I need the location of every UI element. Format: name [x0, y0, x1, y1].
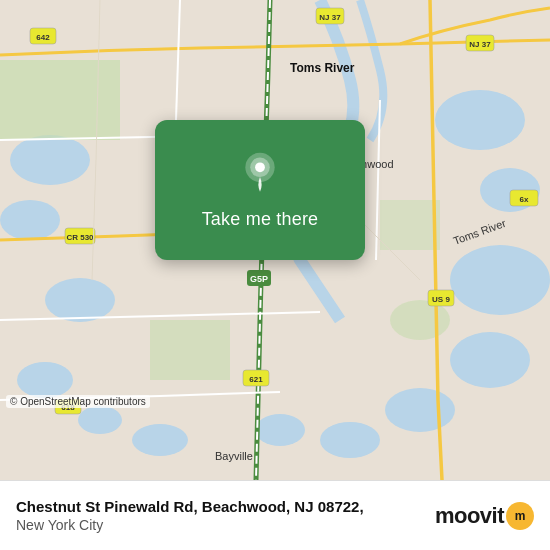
- svg-text:Toms River: Toms River: [290, 61, 355, 75]
- svg-point-42: [255, 162, 265, 172]
- moovit-logo: moovit m: [435, 502, 534, 530]
- svg-point-13: [78, 406, 122, 434]
- svg-text:m: m: [515, 509, 526, 523]
- svg-rect-16: [380, 200, 440, 250]
- svg-point-8: [450, 332, 530, 388]
- svg-point-12: [132, 424, 188, 456]
- svg-text:6x: 6x: [520, 195, 529, 204]
- svg-point-9: [385, 388, 455, 432]
- svg-point-4: [17, 362, 73, 398]
- svg-text:621: 621: [249, 375, 263, 384]
- svg-point-7: [450, 245, 550, 315]
- svg-text:NJ 37: NJ 37: [469, 40, 491, 49]
- svg-point-2: [0, 200, 60, 240]
- svg-rect-14: [0, 60, 120, 140]
- svg-point-1: [10, 135, 90, 185]
- address-line1: Chestnut St Pinewald Rd, Beachwood, NJ 0…: [16, 498, 364, 515]
- svg-point-10: [320, 422, 380, 458]
- svg-point-5: [435, 90, 525, 150]
- take-me-there-button[interactable]: Take me there: [202, 209, 319, 230]
- svg-text:642: 642: [36, 33, 50, 42]
- map-container: NJ 37 NJ 37 G5P US 9 CR 530 621 618 642 …: [0, 0, 550, 480]
- svg-text:Bayville: Bayville: [215, 450, 253, 462]
- osm-attribution-text: © OpenStreetMap contributors: [10, 396, 146, 407]
- svg-point-11: [255, 414, 305, 446]
- svg-text:CR 530: CR 530: [66, 233, 94, 242]
- svg-text:G5P: G5P: [250, 274, 268, 284]
- moovit-m-icon: m: [512, 508, 528, 524]
- svg-rect-15: [150, 320, 230, 380]
- svg-point-3: [45, 278, 115, 322]
- address-line2: New York City: [16, 517, 364, 533]
- action-card: Take me there: [155, 120, 365, 260]
- location-pin-icon: [238, 151, 282, 195]
- moovit-logo-text: moovit: [435, 503, 504, 529]
- svg-text:US 9: US 9: [432, 295, 450, 304]
- moovit-dot-icon: m: [506, 502, 534, 530]
- osm-attribution: © OpenStreetMap contributors: [6, 395, 150, 408]
- svg-text:NJ 37: NJ 37: [319, 13, 341, 22]
- address-block: Chestnut St Pinewald Rd, Beachwood, NJ 0…: [16, 498, 364, 533]
- bottom-bar: Chestnut St Pinewald Rd, Beachwood, NJ 0…: [0, 480, 550, 550]
